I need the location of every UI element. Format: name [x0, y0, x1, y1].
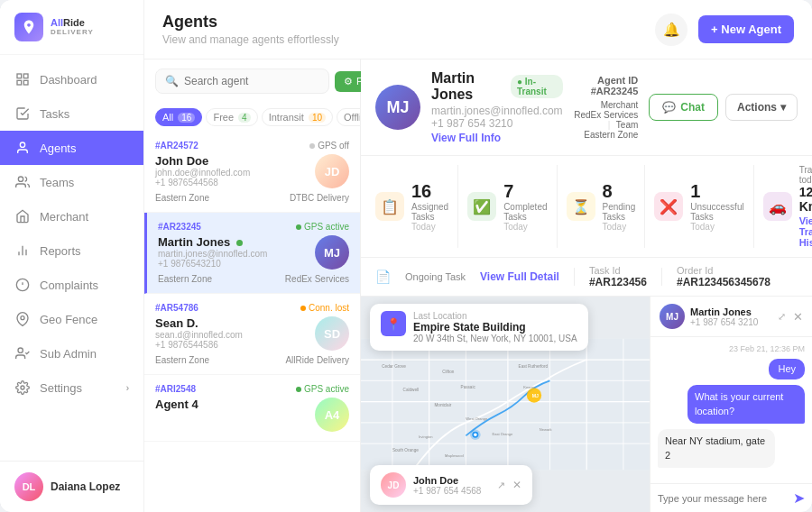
notification-button[interactable]: 🔔 — [655, 14, 687, 46]
agent-phone: +1 9876544568 — [155, 178, 308, 187]
chat-input[interactable] — [658, 493, 788, 504]
sidebar-item-merchant[interactable]: Merchant — [0, 199, 143, 233]
stat-label: Unsuccessful Tasks — [690, 202, 743, 222]
sidebar-item-dashboard[interactable]: Dashboard — [0, 62, 143, 96]
detail-meta: Agent ID #AR23245 Merchant RedEx Service… — [574, 75, 639, 140]
agent-card[interactable]: #ARI2548 GPS active Agent 4 A4 — [144, 375, 360, 442]
stat-travel: 🚗 Travelled today 12.4 Km. View Travel H… — [754, 165, 812, 248]
sidebar-item-sub-admin[interactable]: Sub Admin — [0, 336, 143, 370]
filter-icon: ⚙ — [344, 76, 353, 87]
svg-text:Caldwell: Caldwell — [403, 388, 420, 392]
agent-id: #AR24572 — [155, 141, 198, 151]
detail-header: MJ Martin Jones ● In-Transit martin.jone… — [361, 59, 812, 156]
close-icon[interactable]: ✕ — [512, 479, 521, 491]
avatar: SD — [315, 316, 349, 351]
sidebar-item-complaints[interactable]: Complaints — [0, 268, 143, 302]
main-content: Agents View and manage agents effortless… — [144, 0, 812, 512]
stat-label: Travelled today — [799, 165, 812, 185]
sidebar-item-label: Agents — [40, 142, 76, 155]
svg-text:East Orange: East Orange — [492, 432, 513, 436]
user-name: Daiana Lopez — [51, 480, 120, 493]
svg-point-13 — [18, 348, 23, 352]
svg-text:Newark: Newark — [540, 427, 553, 432]
sidebar-item-agents[interactable]: Agents — [0, 131, 143, 165]
filter-tab-offline[interactable]: Offline 2 — [337, 108, 360, 126]
logo-icon — [14, 13, 43, 41]
agent-status: Conn. lost — [300, 303, 349, 313]
expand-icon[interactable]: ⤢ — [778, 311, 786, 323]
search-bar[interactable]: 🔍 — [155, 69, 329, 94]
svg-text:Cedar Grove: Cedar Grove — [382, 364, 406, 369]
chat-button[interactable]: 💬 Chat — [649, 94, 718, 121]
detail-email: martin.jones@innofled.com — [431, 105, 563, 117]
agent-email: john.doe@innofled.com — [155, 168, 308, 178]
search-input[interactable] — [184, 75, 319, 87]
sidebar-user[interactable]: DL Daiana Lopez — [0, 461, 143, 512]
sidebar-item-geo-fence[interactable]: Geo Fence — [0, 302, 143, 336]
agent-status: GPS active — [296, 222, 349, 232]
detail-info: Martin Jones ● In-Transit martin.jones@i… — [431, 70, 563, 144]
stat-label: Assigned Tasks — [411, 202, 448, 222]
svg-rect-3 — [23, 80, 28, 85]
agent-info: Martin Jones martin.jones@innofled.com +… — [158, 235, 308, 269]
pending-icon: ⏳ — [567, 192, 595, 221]
location-popup: 📍 Last Location Empire State Building 20… — [370, 304, 588, 351]
search-icon: 🔍 — [165, 75, 179, 87]
svg-text:South Orange: South Orange — [392, 448, 419, 453]
chat-input-area[interactable]: ➤ — [651, 483, 812, 512]
view-full-info-link[interactable]: View Full Info — [431, 132, 563, 144]
stat-num: 1 — [690, 181, 743, 202]
john-phone: +1 987 654 4568 — [413, 486, 481, 496]
agent-card[interactable]: #AR23245 GPS active Martin Jones martin.… — [144, 213, 360, 294]
sidebar-item-reports[interactable]: Reports — [0, 233, 143, 268]
content-area: 🔍 ⚙ Filter All 16 F — [144, 59, 812, 512]
svg-point-14 — [21, 386, 24, 389]
sidebar-item-label: Tasks — [40, 107, 69, 121]
agent-email: sean.d@innofled.com — [155, 330, 308, 340]
agent-card[interactable]: #AR54786 Conn. lost Sean D. sean.d@innof… — [144, 294, 360, 375]
stat-num: 7 — [503, 181, 547, 202]
new-agent-button[interactable]: + New Agent — [698, 15, 794, 43]
page-header: Agents View and manage agents effortless… — [162, 13, 339, 46]
stat-label: Completed Tasks — [503, 202, 547, 222]
sidebar-item-settings[interactable]: Settings › — [0, 370, 143, 405]
send-icon[interactable]: ➤ — [793, 489, 805, 507]
agent-card[interactable]: #AR24572 GPS off John Doe john.doe@innof… — [144, 132, 360, 213]
location-name: Empire State Building — [413, 321, 577, 334]
logo-subtitle: DELIVERY — [51, 28, 94, 36]
stats-row: 📋 16 Assigned Tasks Today ✅ 7 Completed … — [361, 156, 812, 258]
travel-icon: 🚗 — [763, 192, 792, 221]
filter-tab-intransit[interactable]: Intransit 10 — [262, 108, 333, 126]
travel-history-link[interactable]: View Travel History — [799, 215, 812, 248]
sidebar-item-tasks[interactable]: Tasks — [0, 96, 143, 131]
sidebar-item-teams[interactable]: Teams — [0, 165, 143, 199]
agent-info: John Doe john.doe@innofled.com +1 987654… — [155, 154, 308, 187]
sidebar: AllRide DELIVERY Dashboard Tasks — [0, 0, 144, 512]
chat-icon: 💬 — [662, 101, 676, 114]
order-id-group: Order Id #AR123456345678 — [677, 265, 770, 288]
actions-button[interactable]: Actions ▾ — [725, 94, 798, 121]
chevron-right-icon: › — [126, 383, 129, 393]
sidebar-item-label: Complaints — [40, 279, 98, 292]
agents-scroll: #AR24572 GPS off John Doe john.doe@innof… — [144, 132, 360, 512]
agent-merchant: DTBC Delivery — [290, 193, 349, 203]
sidebar-item-label: Dashboard — [40, 73, 97, 87]
bar-chart-icon — [14, 242, 31, 259]
task-id-group: Task Id #AR123456 — [589, 265, 647, 288]
svg-text:Montclair: Montclair — [434, 403, 451, 407]
team-text: Team Eastern Zone — [584, 120, 638, 140]
expand-icon[interactable]: ↗ — [497, 480, 505, 491]
filter-tab-free[interactable]: Free 4 — [206, 108, 257, 126]
map-pin-icon — [14, 311, 31, 327]
filter-tab-all[interactable]: All 16 — [155, 108, 202, 126]
filter-tabs: All 16 Free 4 Intransit 10 Offline 2 — [144, 103, 360, 132]
svg-text:Passaic: Passaic — [461, 385, 476, 389]
sidebar-nav: Dashboard Tasks Agents Teams — [0, 55, 143, 461]
stat-unsuccessful: ❌ 1 Unsuccessful Tasks Today — [645, 165, 753, 248]
chat-panel: MJ Martin Jones +1 987 654 3210 ⤢ ✕ 23 F… — [650, 297, 812, 512]
stat-sub: Today — [411, 222, 448, 232]
agent-id: #AR23245 — [158, 222, 201, 232]
john-doe-popup[interactable]: JD John Doe +1 987 654 4568 ↗ ✕ — [370, 465, 532, 505]
view-detail-link[interactable]: View Full Detail — [480, 270, 559, 283]
close-icon[interactable]: ✕ — [793, 310, 803, 324]
